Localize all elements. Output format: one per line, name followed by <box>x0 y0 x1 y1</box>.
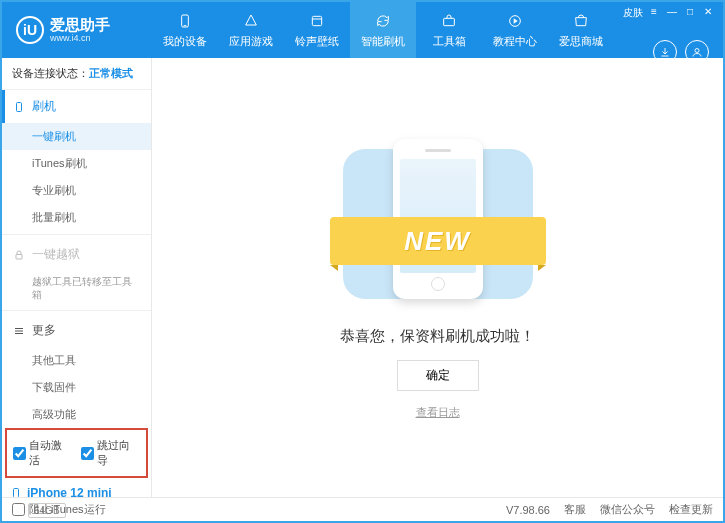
close-button[interactable]: ✕ <box>701 6 715 20</box>
sidebar-item-pro-flash[interactable]: 专业刷机 <box>2 177 151 204</box>
conn-value: 正常模式 <box>89 67 133 79</box>
appstore-icon <box>242 12 260 30</box>
flash-sublist: 一键刷机 iTunes刷机 专业刷机 批量刷机 <box>2 123 151 231</box>
success-illustration: NEW <box>338 135 538 315</box>
version-label: V7.98.66 <box>506 504 550 516</box>
success-message: 恭喜您，保资料刷机成功啦！ <box>340 327 535 346</box>
body: 设备连接状态：正常模式 刷机 一键刷机 iTunes刷机 专业刷机 批量刷机 一… <box>2 58 723 497</box>
checkbox-label: 阻止iTunes运行 <box>29 502 106 517</box>
wechat-link[interactable]: 微信公众号 <box>600 502 655 517</box>
nav-my-device[interactable]: 我的设备 <box>152 2 218 58</box>
svg-marker-5 <box>514 18 518 23</box>
sidebar: 设备连接状态：正常模式 刷机 一键刷机 iTunes刷机 专业刷机 批量刷机 一… <box>2 58 152 497</box>
refresh-icon <box>374 12 392 30</box>
footer-right: V7.98.66 客服 微信公众号 检查更新 <box>506 502 713 517</box>
svg-rect-3 <box>444 18 455 25</box>
nav-tutorials[interactable]: 教程中心 <box>482 2 548 58</box>
svg-rect-8 <box>16 254 22 259</box>
app-url: www.i4.cn <box>50 34 110 43</box>
nav-label: 铃声壁纸 <box>295 34 339 49</box>
more-sublist: 其他工具 下载固件 高级功能 <box>2 347 151 428</box>
media-icon <box>308 12 326 30</box>
logo-icon: iU <box>16 16 44 44</box>
phone-icon <box>12 100 26 114</box>
store-icon <box>572 12 590 30</box>
skin-button[interactable]: 皮肤 <box>623 6 643 20</box>
checkbox-input[interactable] <box>81 447 94 460</box>
checkbox-block-itunes[interactable]: 阻止iTunes运行 <box>12 502 106 517</box>
conn-label: 设备连接状态： <box>12 67 89 79</box>
section-label: 一键越狱 <box>32 246 80 263</box>
checkbox-label: 自动激活 <box>29 438 73 468</box>
app-name: 爱思助手 <box>50 17 110 32</box>
new-banner: NEW <box>330 217 546 265</box>
view-log-link[interactable]: 查看日志 <box>416 405 460 420</box>
checkbox-skip-guide[interactable]: 跳过向导 <box>81 438 141 468</box>
section-label: 更多 <box>32 322 56 339</box>
jailbreak-note: 越狱工具已转移至工具箱 <box>2 271 151 307</box>
checkbox-input[interactable] <box>12 503 25 516</box>
tutorial-icon <box>506 12 524 30</box>
nav-flash[interactable]: 智能刷机 <box>350 2 416 58</box>
nav-label: 工具箱 <box>433 34 466 49</box>
sidebar-item-batch-flash[interactable]: 批量刷机 <box>2 204 151 231</box>
lock-icon <box>12 248 26 262</box>
top-nav: 我的设备 应用游戏 铃声壁纸 智能刷机 工具箱 教程中心 <box>152 2 614 58</box>
checkbox-row: 自动激活 跳过向导 <box>5 428 148 478</box>
nav-ringtones[interactable]: 铃声壁纸 <box>284 2 350 58</box>
checkbox-input[interactable] <box>13 447 26 460</box>
sidebar-item-itunes-flash[interactable]: iTunes刷机 <box>2 150 151 177</box>
nav-label: 智能刷机 <box>361 34 405 49</box>
check-update-link[interactable]: 检查更新 <box>669 502 713 517</box>
sidebar-item-advanced[interactable]: 高级功能 <box>2 401 151 428</box>
service-link[interactable]: 客服 <box>564 502 586 517</box>
nav-label: 爱思商城 <box>559 34 603 49</box>
phone-icon <box>176 12 194 30</box>
sidebar-item-oneclick-flash[interactable]: 一键刷机 <box>2 123 151 150</box>
nav-label: 教程中心 <box>493 34 537 49</box>
header: iU 爱思助手 www.i4.cn 我的设备 应用游戏 铃声壁纸 智能刷机 <box>2 2 723 58</box>
nav-label: 应用游戏 <box>229 34 273 49</box>
svg-rect-7 <box>17 102 22 111</box>
svg-rect-2 <box>312 16 321 25</box>
section-label: 刷机 <box>32 98 56 115</box>
connection-status: 设备连接状态：正常模式 <box>2 58 151 90</box>
sidebar-section-jailbreak[interactable]: 一键越狱 <box>2 238 151 271</box>
svg-point-6 <box>695 49 699 53</box>
nav-store[interactable]: 爱思商城 <box>548 2 614 58</box>
nav-label: 我的设备 <box>163 34 207 49</box>
footer: 阻止iTunes运行 V7.98.66 客服 微信公众号 检查更新 <box>2 497 723 521</box>
menu-button[interactable]: ≡ <box>647 6 661 20</box>
maximize-button[interactable]: □ <box>683 6 697 20</box>
sidebar-item-other-tools[interactable]: 其他工具 <box>2 347 151 374</box>
ok-button[interactable]: 确定 <box>397 360 479 391</box>
main-content: NEW 恭喜您，保资料刷机成功啦！ 确定 查看日志 <box>152 58 723 497</box>
sidebar-section-more[interactable]: 更多 <box>2 314 151 347</box>
more-icon <box>12 324 26 338</box>
logo[interactable]: iU 爱思助手 www.i4.cn <box>2 16 152 44</box>
toolbox-icon <box>440 12 458 30</box>
checkbox-label: 跳过向导 <box>97 438 141 468</box>
minimize-button[interactable]: — <box>665 6 679 20</box>
nav-toolbox[interactable]: 工具箱 <box>416 2 482 58</box>
nav-apps[interactable]: 应用游戏 <box>218 2 284 58</box>
checkbox-auto-activate[interactable]: 自动激活 <box>13 438 73 468</box>
sidebar-item-download-firmware[interactable]: 下载固件 <box>2 374 151 401</box>
app-window: iU 爱思助手 www.i4.cn 我的设备 应用游戏 铃声壁纸 智能刷机 <box>0 0 725 523</box>
sidebar-section-flash[interactable]: 刷机 <box>2 90 151 123</box>
header-controls: 皮肤 ≡ — □ ✕ <box>623 6 715 20</box>
